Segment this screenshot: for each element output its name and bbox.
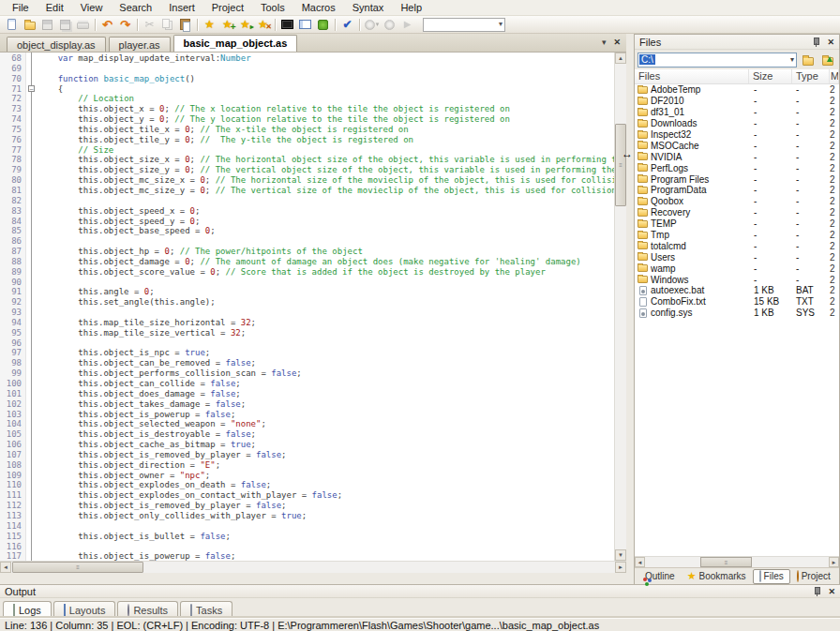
file-name: PerfLogs: [651, 163, 749, 173]
output-tab-tasks[interactable]: Tasks: [180, 601, 232, 618]
file-row-Users[interactable]: Users--2: [635, 251, 839, 263]
redo-icon[interactable]: ↷: [116, 17, 134, 33]
file-row-Tmp[interactable]: Tmp--2: [635, 230, 839, 241]
save-all-icon[interactable]: [56, 17, 74, 33]
column-header-type[interactable]: Type: [792, 69, 830, 83]
scroll-right-arrow-icon[interactable]: ►: [615, 562, 626, 573]
scroll-left-arrow-icon[interactable]: ◄: [635, 557, 645, 567]
column-header-modified[interactable]: Modified: [830, 69, 839, 83]
dock-tab-outline[interactable]: Outline: [637, 569, 681, 584]
bookmark-icon[interactable]: ★: [201, 17, 218, 33]
menu-item-search[interactable]: Search: [111, 1, 160, 14]
toolbar-combobox[interactable]: [423, 18, 505, 32]
file-row-Inspect32[interactable]: Inspect32--2: [635, 129, 839, 141]
console-icon[interactable]: [278, 17, 296, 33]
file-row-ComboFix-txt[interactable]: ComboFix.txt15 KBTXT2: [635, 296, 839, 308]
file-row-Recovery[interactable]: Recovery--2: [635, 207, 839, 218]
toolbar-separator: [359, 19, 360, 31]
panels-icon[interactable]: [296, 17, 314, 33]
file-row-Windows[interactable]: Windows--2: [635, 274, 839, 285]
cut-icon[interactable]: ✂: [141, 17, 158, 33]
panel-horizontal-scrollbar[interactable]: ◄ ≡ ►: [635, 556, 839, 567]
close-document-icon[interactable]: ✕: [613, 38, 621, 47]
bookmark-next-icon[interactable]: ★▸: [236, 17, 254, 33]
tab-basic_map_object-as[interactable]: basic_map_object.as: [173, 35, 298, 52]
pin-icon[interactable]: [813, 587, 821, 596]
files-panel: Files ✕ C:\ Files Size Type Modified Ado…: [634, 34, 840, 584]
menu-item-edit[interactable]: Edit: [38, 1, 72, 14]
file-list: AdobeTemp--2DF2010--2df31_01--2Downloads…: [635, 84, 839, 556]
scroll-left-arrow-icon[interactable]: ◄: [0, 562, 11, 573]
horizontal-scroll-thumb[interactable]: ≡: [700, 557, 752, 567]
menu-item-file[interactable]: File: [4, 1, 38, 14]
editor-horizontal-scrollbar[interactable]: ◄ ≡ ►: [0, 561, 626, 573]
file-row-PerfLogs[interactable]: PerfLogs--2: [635, 162, 839, 173]
dock-tab-files[interactable]: Files: [753, 569, 790, 584]
scroll-up-arrow-icon[interactable]: ▲: [615, 53, 626, 64]
new-file-icon[interactable]: [3, 17, 21, 33]
bookmark-add-icon[interactable]: ★+: [218, 17, 236, 33]
file-row-Qoobox[interactable]: Qoobox--2: [635, 196, 839, 207]
tab-list-dropdown-icon[interactable]: ▾: [602, 38, 607, 47]
tab-object_display-as[interactable]: object_display.as: [7, 37, 106, 52]
file-modified: 2: [830, 275, 839, 285]
close-panel-icon[interactable]: ✕: [827, 38, 834, 47]
paste-icon[interactable]: [176, 17, 194, 33]
file-row-MSOCache[interactable]: MSOCache--2: [635, 140, 839, 151]
menu-item-view[interactable]: View: [72, 1, 112, 14]
file-row-Program-Files[interactable]: Program Files--2: [635, 173, 839, 185]
pin-icon[interactable]: [812, 38, 820, 47]
output-tab-logs[interactable]: Logs: [3, 601, 52, 618]
syntax-check-icon[interactable]: ✔: [338, 17, 356, 33]
menu-item-tools[interactable]: Tools: [252, 1, 293, 14]
settings-icon[interactable]: [381, 17, 398, 33]
scroll-right-arrow-icon[interactable]: ►: [829, 557, 839, 567]
file-row-totalcmd[interactable]: totalcmd--2: [635, 240, 839, 251]
file-modified: 2: [830, 96, 839, 106]
file-row-AdobeTemp[interactable]: AdobeTemp--2: [635, 84, 839, 96]
tab-player-as[interactable]: player.as: [109, 37, 171, 52]
path-combobox[interactable]: C:\: [638, 53, 797, 68]
output-tab-layouts[interactable]: Layouts: [53, 601, 116, 618]
file-row-TEMP[interactable]: TEMP--2: [635, 218, 839, 230]
editor-vertical-scrollbar[interactable]: ▲ ≡ ▼: [614, 53, 626, 561]
menu-item-syntax[interactable]: Syntax: [344, 1, 393, 14]
column-header-files[interactable]: Files: [635, 69, 749, 83]
file-row-autoexec-bat[interactable]: autoexec.bat1 KBBAT2: [635, 285, 839, 296]
menu-item-macros[interactable]: Macros: [293, 1, 344, 14]
file-row-NVIDIA[interactable]: NVIDIA--2: [635, 151, 839, 162]
menu-item-help[interactable]: Help: [392, 1, 430, 14]
file-row-df31_01[interactable]: df31_01--2: [635, 107, 839, 118]
save-icon[interactable]: [38, 17, 56, 33]
file-row-wamp[interactable]: wamp--2: [635, 263, 839, 274]
menu-item-project[interactable]: Project: [203, 1, 252, 14]
menu-item-insert[interactable]: Insert: [160, 1, 203, 14]
code-editor[interactable]: 6869707172737475767778798081828384858687…: [0, 52, 626, 561]
output-tab-results[interactable]: Results: [117, 601, 178, 618]
undo-icon[interactable]: ↶: [98, 17, 116, 33]
settings-menu-icon[interactable]: ▾: [363, 17, 381, 33]
open-file-icon[interactable]: [21, 17, 38, 33]
close-panel-icon[interactable]: ✕: [828, 587, 835, 596]
dock-tab-bookmarks[interactable]: ★Bookmarks: [682, 569, 752, 584]
file-type: -: [792, 163, 830, 173]
fold-collapse-box[interactable]: –: [28, 85, 35, 92]
bookmark-clear-icon[interactable]: ★✕: [254, 17, 272, 33]
file-row-DF2010[interactable]: DF2010--2: [635, 96, 839, 107]
code-text-area[interactable]: var map_display_update_interval:Number f…: [38, 53, 614, 561]
panel-splitter[interactable]: ↔: [626, 34, 634, 584]
file-row-config-sys[interactable]: config.sys1 KBSYS2: [635, 308, 839, 319]
horizontal-scroll-thumb[interactable]: ≡: [12, 562, 143, 573]
plugins-icon[interactable]: [314, 17, 332, 33]
scroll-down-arrow-icon[interactable]: ▼: [615, 549, 626, 561]
browse-folder-button[interactable]: [800, 53, 817, 68]
vertical-scroll-thumb[interactable]: ≡: [615, 124, 626, 206]
column-header-size[interactable]: Size: [749, 69, 792, 83]
run-icon[interactable]: ▶: [398, 17, 416, 33]
file-row-ProgramData[interactable]: ProgramData--2: [635, 185, 839, 196]
folder-up-button[interactable]: [819, 53, 836, 68]
print-icon[interactable]: [74, 17, 92, 33]
copy-icon[interactable]: [158, 17, 176, 33]
dock-tab-project[interactable]: Project: [791, 569, 836, 584]
file-row-Downloads[interactable]: Downloads--2: [635, 118, 839, 129]
